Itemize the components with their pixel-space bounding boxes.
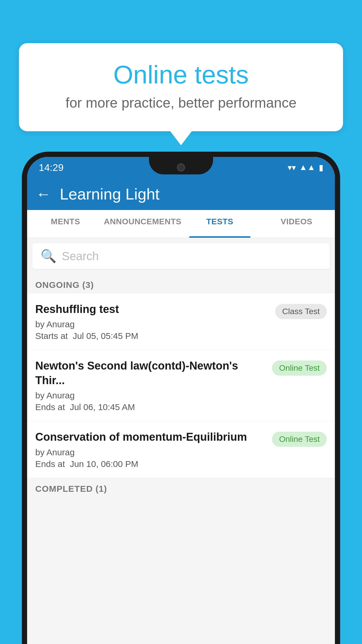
test-item-1[interactable]: Reshuffling test by Anurag Starts at Jul… <box>27 293 335 350</box>
test-author-1: by Anurag <box>35 319 269 329</box>
test-date-2: Ends at Jul 06, 10:45 AM <box>35 402 266 412</box>
app-title: Learning Light <box>60 185 159 203</box>
phone-screen: 14:29 ▾▾ ▲▲ ▮ ← Learning Light MENTS ANN… <box>27 157 335 644</box>
bubble-subtitle: for more practice, better performance <box>42 95 320 111</box>
test-badge-2: Online Test <box>272 360 327 376</box>
test-badge-3: Online Test <box>272 432 327 447</box>
test-author-3: by Anurag <box>35 447 266 457</box>
notch <box>149 157 213 174</box>
test-info-2: Newton's Second law(contd)-Newton's Thir… <box>35 359 266 412</box>
tab-tests[interactable]: TESTS <box>182 210 258 238</box>
test-info-1: Reshuffling test by Anurag Starts at Jul… <box>35 302 269 341</box>
test-badge-1: Class Test <box>275 304 327 319</box>
content-area: 🔍 Search ONGOING (3) Reshuffling test by… <box>27 238 335 644</box>
search-icon: 🔍 <box>41 249 57 264</box>
test-date-1: Starts at Jul 05, 05:45 PM <box>35 331 269 341</box>
test-name-3: Conservation of momentum-Equilibrium <box>35 430 266 444</box>
tab-announcements[interactable]: ANNOUNCEMENTS <box>104 210 181 238</box>
app-bar: ← Learning Light <box>27 178 335 210</box>
status-icons: ▾▾ ▲▲ ▮ <box>288 163 323 172</box>
search-bar[interactable]: 🔍 Search <box>32 243 330 269</box>
test-date-3: Ends at Jun 10, 06:00 PM <box>35 459 266 469</box>
test-info-3: Conservation of momentum-Equilibrium by … <box>35 430 266 469</box>
test-list: Reshuffling test by Anurag Starts at Jul… <box>27 293 335 478</box>
back-button[interactable]: ← <box>36 186 51 202</box>
battery-icon: ▮ <box>319 163 323 172</box>
tab-videos[interactable]: VIDEOS <box>258 210 335 238</box>
tab-ments[interactable]: MENTS <box>27 210 104 238</box>
wifi-icon: ▾▾ <box>288 163 296 172</box>
test-name-2: Newton's Second law(contd)-Newton's Thir… <box>35 359 266 388</box>
test-item-3[interactable]: Conservation of momentum-Equilibrium by … <box>27 421 335 478</box>
phone-frame: 14:29 ▾▾ ▲▲ ▮ ← Learning Light MENTS ANN… <box>22 152 340 644</box>
camera <box>177 163 185 172</box>
completed-section-header: COMPLETED (1) <box>27 478 335 497</box>
test-author-2: by Anurag <box>35 391 266 400</box>
tab-bar: MENTS ANNOUNCEMENTS TESTS VIDEOS <box>27 210 335 238</box>
background: Online tests for more practice, better p… <box>0 0 362 644</box>
bubble-title: Online tests <box>42 61 320 89</box>
ongoing-section-header: ONGOING (3) <box>27 274 335 293</box>
status-time: 14:29 <box>39 162 64 173</box>
signal-icon: ▲▲ <box>299 163 315 172</box>
test-item-2[interactable]: Newton's Second law(contd)-Newton's Thir… <box>27 350 335 421</box>
speech-bubble: Online tests for more practice, better p… <box>19 43 343 131</box>
test-name-1: Reshuffling test <box>35 302 269 316</box>
search-placeholder: Search <box>62 250 99 263</box>
